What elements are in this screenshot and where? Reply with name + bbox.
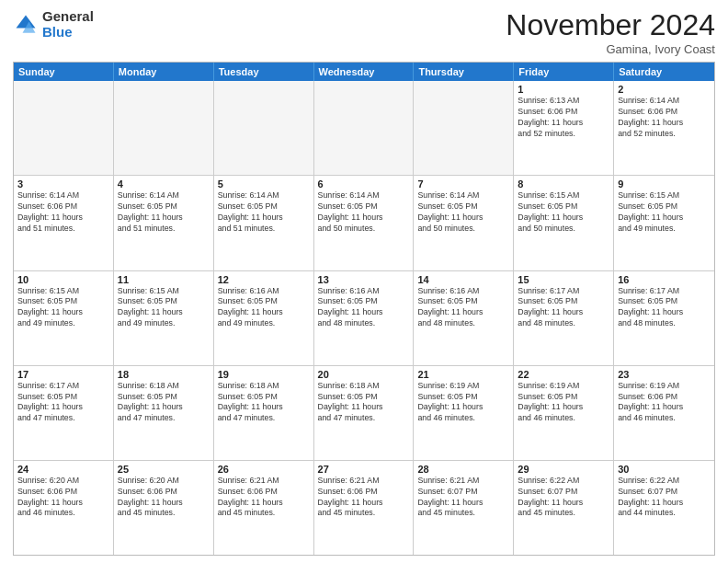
day-info: Sunrise: 6:21 AM Sunset: 6:06 PM Dayligh… [218, 476, 310, 520]
day-number: 10 [17, 274, 109, 285]
title-block: November 2024 Gamina, Ivory Coast [506, 9, 715, 56]
day-cell-1: 1Sunrise: 6:13 AM Sunset: 6:06 PM Daylig… [514, 81, 614, 175]
day-number: 18 [118, 369, 210, 380]
day-cell-25: 25Sunrise: 6:20 AM Sunset: 6:06 PM Dayli… [114, 461, 214, 555]
day-number: 15 [518, 274, 609, 285]
empty-cell [114, 81, 214, 175]
day-info: Sunrise: 6:19 AM Sunset: 6:05 PM Dayligh… [518, 381, 609, 425]
day-info: Sunrise: 6:15 AM Sunset: 6:05 PM Dayligh… [17, 286, 109, 330]
day-cell-19: 19Sunrise: 6:18 AM Sunset: 6:05 PM Dayli… [214, 366, 314, 460]
day-number: 13 [318, 274, 410, 285]
day-cell-28: 28Sunrise: 6:21 AM Sunset: 6:07 PM Dayli… [414, 461, 514, 555]
day-number: 22 [518, 369, 609, 380]
header: General Blue November 2024 Gamina, Ivory… [13, 9, 715, 56]
day-cell-14: 14Sunrise: 6:16 AM Sunset: 6:05 PM Dayli… [414, 271, 514, 365]
day-number: 7 [417, 178, 509, 190]
day-cell-21: 21Sunrise: 6:19 AM Sunset: 6:05 PM Dayli… [414, 366, 514, 460]
day-info: Sunrise: 6:15 AM Sunset: 6:05 PM Dayligh… [618, 190, 711, 235]
empty-cell [14, 81, 114, 175]
calendar-row-2: 3Sunrise: 6:14 AM Sunset: 6:06 PM Daylig… [14, 175, 714, 270]
day-number: 14 [417, 274, 509, 285]
day-number: 28 [417, 464, 509, 475]
day-info: Sunrise: 6:16 AM Sunset: 6:05 PM Dayligh… [417, 286, 509, 330]
day-cell-26: 26Sunrise: 6:21 AM Sunset: 6:06 PM Dayli… [214, 461, 314, 555]
day-info: Sunrise: 6:14 AM Sunset: 6:05 PM Dayligh… [218, 190, 310, 235]
weekday-header-sunday: Sunday [14, 63, 114, 81]
logo: General Blue [13, 9, 94, 40]
day-info: Sunrise: 6:14 AM Sunset: 6:06 PM Dayligh… [17, 190, 109, 235]
day-cell-3: 3Sunrise: 6:14 AM Sunset: 6:06 PM Daylig… [14, 176, 114, 270]
day-info: Sunrise: 6:19 AM Sunset: 6:05 PM Dayligh… [417, 381, 509, 425]
logo-text: General Blue [42, 9, 94, 40]
day-info: Sunrise: 6:15 AM Sunset: 6:05 PM Dayligh… [518, 190, 609, 235]
day-info: Sunrise: 6:14 AM Sunset: 6:05 PM Dayligh… [417, 190, 509, 235]
empty-cell [414, 81, 514, 175]
month-title: November 2024 [506, 9, 715, 41]
weekday-header-monday: Monday [114, 63, 214, 81]
day-cell-2: 2Sunrise: 6:14 AM Sunset: 6:06 PM Daylig… [614, 81, 714, 175]
empty-cell [314, 81, 415, 175]
day-cell-27: 27Sunrise: 6:21 AM Sunset: 6:06 PM Dayli… [314, 461, 415, 555]
day-info: Sunrise: 6:20 AM Sunset: 6:06 PM Dayligh… [118, 476, 210, 520]
day-cell-22: 22Sunrise: 6:19 AM Sunset: 6:05 PM Dayli… [514, 366, 614, 460]
weekday-header-friday: Friday [514, 63, 614, 81]
day-cell-4: 4Sunrise: 6:14 AM Sunset: 6:05 PM Daylig… [114, 176, 214, 270]
svg-marker-0 [17, 15, 36, 28]
calendar-header: SundayMondayTuesdayWednesdayThursdayFrid… [14, 63, 714, 81]
day-cell-29: 29Sunrise: 6:22 AM Sunset: 6:07 PM Dayli… [514, 461, 614, 555]
day-cell-9: 9Sunrise: 6:15 AM Sunset: 6:05 PM Daylig… [614, 176, 714, 270]
day-info: Sunrise: 6:14 AM Sunset: 6:06 PM Dayligh… [618, 96, 711, 140]
day-number: 2 [618, 84, 711, 95]
day-number: 17 [17, 369, 109, 380]
day-number: 8 [518, 178, 609, 190]
day-number: 27 [318, 464, 410, 475]
empty-cell [214, 81, 314, 175]
day-number: 23 [618, 369, 711, 380]
day-info: Sunrise: 6:14 AM Sunset: 6:05 PM Dayligh… [118, 190, 210, 235]
day-cell-13: 13Sunrise: 6:16 AM Sunset: 6:05 PM Dayli… [314, 271, 415, 365]
weekday-header-tuesday: Tuesday [214, 63, 314, 81]
day-cell-10: 10Sunrise: 6:15 AM Sunset: 6:05 PM Dayli… [14, 271, 114, 365]
day-number: 20 [318, 369, 410, 380]
location: Gamina, Ivory Coast [506, 42, 715, 56]
day-number: 26 [218, 464, 310, 475]
day-number: 1 [518, 84, 609, 95]
day-info: Sunrise: 6:17 AM Sunset: 6:05 PM Dayligh… [17, 381, 109, 425]
day-cell-23: 23Sunrise: 6:19 AM Sunset: 6:06 PM Dayli… [614, 366, 714, 460]
day-cell-30: 30Sunrise: 6:22 AM Sunset: 6:07 PM Dayli… [614, 461, 714, 555]
day-info: Sunrise: 6:18 AM Sunset: 6:05 PM Dayligh… [318, 381, 410, 425]
day-cell-15: 15Sunrise: 6:17 AM Sunset: 6:05 PM Dayli… [514, 271, 614, 365]
day-cell-16: 16Sunrise: 6:17 AM Sunset: 6:05 PM Dayli… [614, 271, 714, 365]
day-cell-5: 5Sunrise: 6:14 AM Sunset: 6:05 PM Daylig… [214, 176, 314, 270]
day-info: Sunrise: 6:13 AM Sunset: 6:06 PM Dayligh… [518, 96, 609, 140]
day-number: 3 [17, 178, 109, 190]
logo-blue: Blue [42, 25, 94, 40]
calendar-row-3: 10Sunrise: 6:15 AM Sunset: 6:05 PM Dayli… [14, 270, 714, 365]
calendar-body: 1Sunrise: 6:13 AM Sunset: 6:06 PM Daylig… [14, 81, 714, 555]
calendar-row-5: 24Sunrise: 6:20 AM Sunset: 6:06 PM Dayli… [14, 460, 714, 555]
day-info: Sunrise: 6:19 AM Sunset: 6:06 PM Dayligh… [618, 381, 711, 425]
day-number: 29 [518, 464, 609, 475]
calendar-row-4: 17Sunrise: 6:17 AM Sunset: 6:05 PM Dayli… [14, 365, 714, 460]
day-number: 12 [218, 274, 310, 285]
weekday-header-wednesday: Wednesday [314, 63, 415, 81]
day-info: Sunrise: 6:22 AM Sunset: 6:07 PM Dayligh… [618, 476, 711, 520]
day-number: 19 [218, 369, 310, 380]
day-cell-18: 18Sunrise: 6:18 AM Sunset: 6:05 PM Dayli… [114, 366, 214, 460]
day-info: Sunrise: 6:20 AM Sunset: 6:06 PM Dayligh… [17, 476, 109, 520]
day-info: Sunrise: 6:15 AM Sunset: 6:05 PM Dayligh… [118, 286, 210, 330]
day-info: Sunrise: 6:21 AM Sunset: 6:06 PM Dayligh… [318, 476, 410, 520]
day-cell-7: 7Sunrise: 6:14 AM Sunset: 6:05 PM Daylig… [414, 176, 514, 270]
day-info: Sunrise: 6:18 AM Sunset: 6:05 PM Dayligh… [218, 381, 310, 425]
day-number: 6 [318, 178, 410, 190]
day-info: Sunrise: 6:17 AM Sunset: 6:05 PM Dayligh… [518, 286, 609, 330]
day-info: Sunrise: 6:16 AM Sunset: 6:05 PM Dayligh… [318, 286, 410, 330]
page: General Blue November 2024 Gamina, Ivory… [0, 0, 728, 563]
day-info: Sunrise: 6:21 AM Sunset: 6:07 PM Dayligh… [417, 476, 509, 520]
day-number: 24 [17, 464, 109, 475]
day-info: Sunrise: 6:14 AM Sunset: 6:05 PM Dayligh… [318, 190, 410, 235]
day-number: 16 [618, 274, 711, 285]
day-cell-11: 11Sunrise: 6:15 AM Sunset: 6:05 PM Dayli… [114, 271, 214, 365]
day-info: Sunrise: 6:18 AM Sunset: 6:05 PM Dayligh… [118, 381, 210, 425]
weekday-header-thursday: Thursday [414, 63, 514, 81]
